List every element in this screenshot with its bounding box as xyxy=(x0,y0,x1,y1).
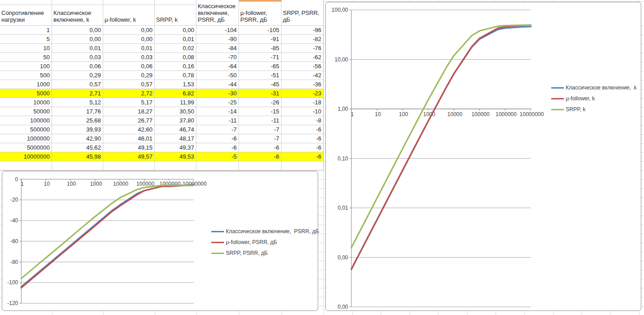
table-cell[interactable]: -5 xyxy=(196,152,239,161)
column-header-6[interactable]: µ-follower, PSRR, дБ xyxy=(239,0,281,26)
table-cell[interactable]: 0,57 xyxy=(52,80,103,89)
table-cell[interactable]: 45,98 xyxy=(52,152,103,161)
table-cell[interactable]: 100 xyxy=(0,62,52,71)
table-cell[interactable]: -42 xyxy=(281,71,324,80)
table-cell[interactable]: -6 xyxy=(281,152,324,161)
table-cell[interactable]: -8 xyxy=(281,116,324,125)
table-cell[interactable]: 0,57 xyxy=(103,80,155,89)
table-cell[interactable]: 0,78 xyxy=(155,71,196,80)
table-cell[interactable]: 1000 xyxy=(0,80,52,89)
table-cell[interactable]: 42,60 xyxy=(103,125,155,134)
table-cell[interactable]: 10 xyxy=(0,44,52,53)
table-cell[interactable]: 0,29 xyxy=(103,71,155,80)
table-cell[interactable]: 5000000 xyxy=(0,143,52,152)
table-cell[interactable]: 5 xyxy=(0,35,52,44)
table-cell[interactable]: 49,15 xyxy=(103,143,155,152)
table-cell[interactable]: 11,99 xyxy=(155,98,196,107)
table-cell[interactable]: 1,53 xyxy=(155,80,196,89)
table-cell[interactable]: 0,29 xyxy=(52,71,103,80)
table-cell[interactable]: -6 xyxy=(281,125,324,134)
table-cell[interactable] xyxy=(239,161,281,170)
table-cell[interactable]: 10000000 xyxy=(0,152,52,161)
legend-item[interactable]: Классическое включение, PSRR, дБ xyxy=(211,226,319,237)
gain-chart-legend[interactable]: Классическое включение, kµ-follower, kSR… xyxy=(551,82,637,115)
table-cell[interactable]: 0,01 xyxy=(155,35,196,44)
table-cell[interactable]: -10 xyxy=(281,107,324,116)
table-cell[interactable]: 45,62 xyxy=(52,143,103,152)
table-cell[interactable]: -91 xyxy=(239,35,281,44)
table-cell[interactable]: 49,57 xyxy=(103,152,155,161)
table-cell[interactable]: -50 xyxy=(196,71,239,80)
table-cell[interactable]: 0,16 xyxy=(155,62,196,71)
table-cell[interactable] xyxy=(103,161,155,170)
legend-item[interactable]: µ-follower, PSRR, дБ xyxy=(211,237,319,248)
gain-chart[interactable]: 100,0010,001,000,100,010,000,00110100100… xyxy=(325,2,641,311)
table-cell[interactable] xyxy=(0,161,52,170)
table-cell[interactable]: -25 xyxy=(196,98,239,107)
table-cell[interactable]: -6 xyxy=(281,143,324,152)
table-cell[interactable]: 0,00 xyxy=(103,26,155,35)
table-cell[interactable]: 0,00 xyxy=(52,26,103,35)
table-cell[interactable]: 0,03 xyxy=(52,53,103,62)
table-cell[interactable]: -11 xyxy=(196,116,239,125)
table-cell[interactable]: -15 xyxy=(239,107,281,116)
table-cell[interactable]: -36 xyxy=(281,80,324,89)
table-cell[interactable]: 50 xyxy=(0,53,52,62)
table-cell[interactable]: -70 xyxy=(196,53,239,62)
table-cell[interactable]: 0,08 xyxy=(155,53,196,62)
column-header-5[interactable]: Классическое включение, PSRR, дБ xyxy=(196,0,239,26)
column-header-1[interactable]: Сопротивление нагрузки xyxy=(0,0,52,26)
table-cell[interactable]: -7 xyxy=(196,125,239,134)
legend-item[interactable]: µ-follower, k xyxy=(551,93,637,104)
table-cell[interactable]: -65 xyxy=(239,62,281,71)
table-cell[interactable]: 2,72 xyxy=(103,89,155,98)
table-cell[interactable]: 500 xyxy=(0,71,52,80)
table-cell[interactable]: 0,01 xyxy=(52,44,103,53)
table-cell[interactable]: 0,03 xyxy=(103,53,155,62)
table-cell[interactable]: 0,00 xyxy=(103,35,155,44)
table-cell[interactable]: 26,77 xyxy=(103,116,155,125)
table-cell[interactable] xyxy=(281,161,324,170)
table-cell[interactable]: 50000 xyxy=(0,107,52,116)
column-header-3[interactable]: µ-follower, k xyxy=(103,0,155,26)
table-cell[interactable]: -51 xyxy=(239,71,281,80)
psrr-chart-legend[interactable]: Классическое включение, PSRR, дБµ-follow… xyxy=(211,226,319,259)
table-cell[interactable]: 6,82 xyxy=(155,89,196,98)
table-cell[interactable]: -84 xyxy=(196,44,239,53)
table-cell[interactable]: -23 xyxy=(281,89,324,98)
table-cell[interactable]: -6 xyxy=(196,134,239,143)
column-header-7[interactable]: SRPP, PSRR, дБ xyxy=(281,0,324,26)
table-cell[interactable]: 0,00 xyxy=(52,35,103,44)
table-cell[interactable]: 500000 xyxy=(0,125,52,134)
table-cell[interactable]: -14 xyxy=(196,107,239,116)
table-cell[interactable]: 0,06 xyxy=(52,62,103,71)
table-cell[interactable]: -7 xyxy=(239,125,281,134)
table-cell[interactable]: -44 xyxy=(196,80,239,89)
table-cell[interactable]: 37,80 xyxy=(155,116,196,125)
legend-item[interactable]: SRPP, PSRR, дБ xyxy=(211,248,319,259)
table-cell[interactable]: -45 xyxy=(239,80,281,89)
column-header-2[interactable]: Классическое включение, k xyxy=(52,0,103,26)
table-cell[interactable]: -104 xyxy=(196,26,239,35)
table-cell[interactable]: 5,12 xyxy=(52,98,103,107)
table-cell[interactable]: 5000 xyxy=(0,89,52,98)
table-cell[interactable]: -71 xyxy=(239,53,281,62)
table-cell[interactable]: 25,68 xyxy=(52,116,103,125)
table-cell[interactable]: -76 xyxy=(281,44,324,53)
table-cell[interactable]: -56 xyxy=(281,62,324,71)
legend-item[interactable]: Классическое включение, k xyxy=(551,82,637,93)
table-cell[interactable]: -6 xyxy=(239,143,281,152)
table-cell[interactable]: -64 xyxy=(196,62,239,71)
table-cell[interactable]: 0,06 xyxy=(103,62,155,71)
table-cell[interactable]: 49,37 xyxy=(155,143,196,152)
table-cell[interactable] xyxy=(155,161,196,170)
table-cell[interactable]: -6 xyxy=(281,134,324,143)
table-cell[interactable]: -7 xyxy=(239,134,281,143)
table-cell[interactable]: -6 xyxy=(239,152,281,161)
table-cell[interactable]: -31 xyxy=(239,89,281,98)
table-cell[interactable]: 5,17 xyxy=(103,98,155,107)
table-cell[interactable]: -96 xyxy=(281,26,324,35)
table-cell[interactable]: 1 xyxy=(0,26,52,35)
table-cell[interactable]: -18 xyxy=(281,98,324,107)
table-cell[interactable]: -62 xyxy=(281,53,324,62)
